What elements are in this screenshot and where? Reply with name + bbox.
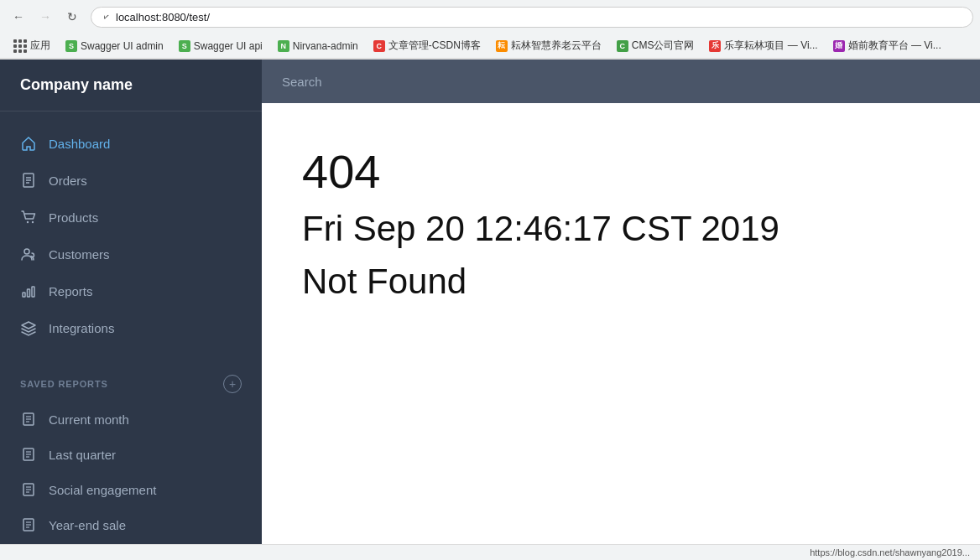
main-content: 404 Fri Sep 20 12:46:17 CST 2019 Not Fou… [262,103,980,544]
status-bar: https://blog.csdn.net/shawnyang2019... [0,544,980,560]
bookmark-yunlin[interactable]: 耘 耘林智慧养老云平台 [489,36,608,55]
report-file-icon [20,481,37,498]
bookmark-cms[interactable]: C CMS公司官网 [610,36,701,55]
report-file-icon [20,446,37,463]
svg-point-4 [27,221,29,223]
bookmark-favicon: C [617,40,628,52]
sidebar-item-integrations[interactable]: Integrations [0,309,262,346]
bookmark-favicon: 乐 [709,40,721,52]
sidebar-item-customers[interactable]: Customers [0,236,262,272]
browser-chrome: ← → ↻ 🗸 localhost:8080/test/ 应用 S Swagge… [0,0,980,60]
app-container: Company name Dashboard [0,60,980,544]
sidebar-item-label: Customers [49,247,110,262]
bookmark-label: Nirvana-admin [293,40,358,52]
bookmark-label: 耘林智慧养老云平台 [511,39,602,53]
bookmark-favicon: 婚 [833,40,845,52]
sidebar-item-label: Dashboard [49,137,110,151]
sidebar-item-label: Integrations [49,321,114,335]
forward-button[interactable]: → [34,5,57,29]
bookmark-label: 乐享耘林项目 — Vi... [724,39,817,53]
address-bar[interactable]: 🗸 localhost:8080/test/ [91,7,973,28]
cart-icon [20,209,37,226]
add-saved-report-button[interactable]: + [223,375,242,393]
sidebar-nav: Dashboard Orders [0,111,262,360]
svg-rect-8 [28,289,30,297]
bookmark-label: 文章管理-CSDN博客 [388,39,481,53]
error-code: 404 [302,143,940,200]
main-header [262,60,980,103]
layers-icon [20,319,37,336]
sidebar-item-reports[interactable]: Reports [0,272,262,309]
bookmark-csdn[interactable]: C 文章管理-CSDN博客 [367,36,487,55]
bookmark-swagger-admin[interactable]: S Swagger UI admin [59,38,170,54]
saved-report-year-end-sale[interactable]: Year-end sale [0,507,262,542]
saved-report-label: Current month [49,412,129,427]
sidebar: Company name Dashboard [0,60,262,544]
bookmark-favicon: C [373,40,385,52]
bookmark-lexiang[interactable]: 乐 乐享耘林项目 — Vi... [702,36,824,55]
bookmark-label: Swagger UI admin [81,40,164,52]
bookmark-favicon: 耘 [496,40,508,52]
sidebar-header: Company name [0,60,262,111]
home-icon [20,135,37,152]
bookmark-label: Swagger UI api [194,40,263,52]
saved-reports-title: SAVED REPORTS [20,379,108,389]
browser-toolbar: ← → ↻ 🗸 localhost:8080/test/ [0,0,980,34]
apps-grid-icon [13,39,27,53]
saved-report-label: Last quarter [49,448,116,462]
bookmark-label: CMS公司官网 [632,39,695,53]
bookmark-swagger-api[interactable]: S Swagger UI api [172,38,269,54]
saved-report-label: Year-end sale [49,518,126,532]
bookmark-favicon: S [65,40,77,52]
apps-label: 应用 [30,39,50,53]
company-name: Company name [20,76,133,93]
bookmark-favicon: S [179,40,190,52]
sidebar-item-dashboard[interactable]: Dashboard [0,125,262,162]
bookmark-label: 婚前教育平台 — Vi... [848,39,941,53]
security-icon: 🗸 [102,12,111,22]
sidebar-item-label: Products [49,210,98,225]
error-message: Not Found [302,259,940,305]
sidebar-item-label: Reports [49,284,93,298]
search-input[interactable] [282,75,960,89]
error-datetime: Fri Sep 20 12:46:17 CST 2019 [302,206,940,252]
saved-report-social-engagement[interactable]: Social engagement [0,472,262,507]
bookmarks-bar: 应用 S Swagger UI admin S Swagger UI api N… [0,34,980,59]
bookmark-marriage[interactable]: 婚 婚前教育平台 — Vi... [826,36,948,55]
url-text: localhost:8080/test/ [116,11,210,23]
back-button[interactable]: ← [7,5,30,29]
saved-report-current-month[interactable]: Current month [0,402,262,437]
svg-rect-9 [32,287,34,297]
people-icon [20,246,37,262]
nav-buttons: ← → ↻ [7,5,84,29]
bookmark-favicon: N [278,40,289,52]
chart-icon [20,283,37,299]
sidebar-item-label: Orders [49,174,87,188]
main-area: 404 Fri Sep 20 12:46:17 CST 2019 Not Fou… [262,60,980,544]
svg-rect-7 [23,293,25,297]
apps-button[interactable]: 应用 [7,36,57,55]
saved-reports-header: SAVED REPORTS + [0,366,262,402]
sidebar-item-products[interactable]: Products [0,199,262,236]
svg-point-5 [32,221,34,223]
saved-report-label: Social engagement [49,483,156,497]
file-icon [20,172,37,189]
saved-reports-section: SAVED REPORTS + Current month [0,366,262,542]
saved-report-last-quarter[interactable]: Last quarter [0,437,262,472]
report-file-icon [20,516,37,533]
report-file-icon [20,411,37,428]
svg-point-6 [24,249,29,254]
reload-button[interactable]: ↻ [60,5,84,29]
status-text: https://blog.csdn.net/shawnyang2019... [810,547,970,557]
bookmark-nirvana[interactable]: N Nirvana-admin [271,38,365,54]
sidebar-item-orders[interactable]: Orders [0,162,262,199]
